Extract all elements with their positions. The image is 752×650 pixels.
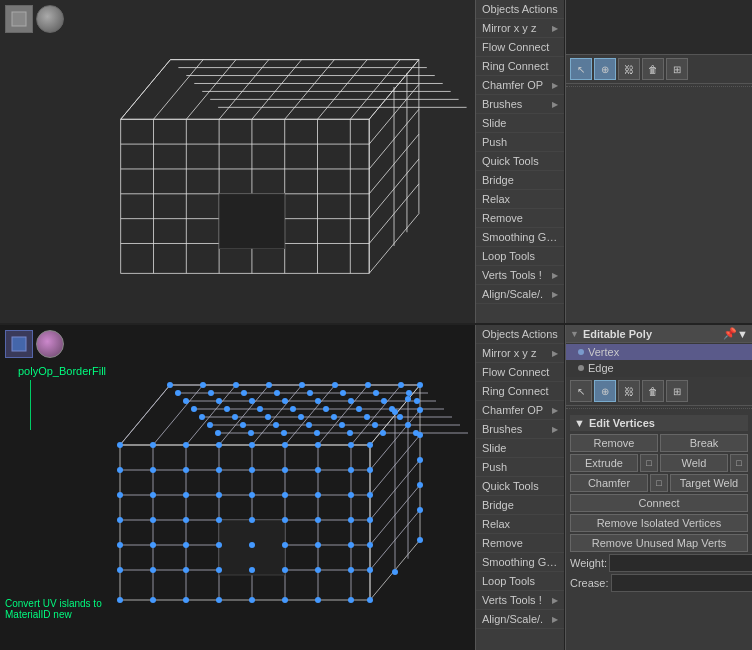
delete-tool-btn-bottom[interactable]: 🗑 (642, 380, 664, 402)
menu-panel-bottom: Objects ActionsMirror x y zFlow ConnectR… (475, 325, 565, 650)
svg-point-87 (117, 467, 123, 473)
svg-point-96 (117, 492, 123, 498)
viewport-top[interactable] (0, 0, 475, 323)
bottom-menu-item-4[interactable]: Chamfer OP (476, 401, 564, 420)
svg-point-191 (347, 430, 353, 436)
target-weld-btn[interactable]: Target Weld (670, 474, 748, 492)
bottom-menu-item-14[interactable]: Verts Tools ! (476, 591, 564, 610)
svg-point-111 (315, 517, 321, 523)
top-menu-item-4[interactable]: Chamfer OP (476, 76, 564, 95)
weight-input[interactable] (609, 554, 752, 572)
svg-point-146 (332, 382, 338, 388)
svg-point-139 (348, 597, 354, 603)
delete-tool-btn[interactable]: 🗑 (642, 58, 664, 80)
move-tool-btn[interactable]: ⊕ (594, 58, 616, 80)
arrow-tool-btn-bottom[interactable]: ↖ (570, 380, 592, 402)
svg-line-16 (154, 60, 204, 120)
svg-point-168 (257, 406, 263, 412)
svg-point-197 (417, 432, 423, 438)
top-menu-item-7[interactable]: Push (476, 133, 564, 152)
btn-row-chamfer-targetweld: Chamfer □ Target Weld (570, 474, 748, 492)
top-menu-item-11[interactable]: Remove (476, 209, 564, 228)
right-panel-top: ↖ ⊕ ⛓ 🗑 ⊞ (565, 0, 752, 323)
crease-input[interactable] (611, 574, 752, 592)
weld-btn[interactable]: Weld (660, 454, 728, 472)
sub-item-edge[interactable]: Edge (566, 360, 752, 376)
bottom-menu-item-15[interactable]: Align/Scale/. (476, 610, 564, 629)
pin-icon[interactable]: 📌 (723, 327, 737, 340)
bottom-menu-item-13[interactable]: Loop Tools (476, 572, 564, 591)
menu-panel-top: Objects ActionsMirror x y zFlow ConnectR… (475, 0, 565, 323)
bottom-menu-item-11[interactable]: Remove (476, 534, 564, 553)
box-wireframe-bottom-svg (0, 325, 475, 650)
svg-point-92 (282, 467, 288, 473)
svg-point-202 (392, 569, 398, 575)
svg-point-174 (232, 414, 238, 420)
remove-btn[interactable]: Remove (570, 434, 658, 452)
link-tool-btn[interactable]: ⛓ (618, 58, 640, 80)
svg-point-130 (348, 567, 354, 573)
extrude-btn[interactable]: Extrude (570, 454, 638, 472)
weld-extra-btn[interactable]: □ (730, 454, 748, 472)
svg-point-143 (233, 382, 239, 388)
svg-point-80 (183, 442, 189, 448)
svg-point-85 (348, 442, 354, 448)
move-tool-btn-bottom[interactable]: ⊕ (594, 380, 616, 402)
svg-point-148 (398, 382, 404, 388)
top-menu-item-15[interactable]: Align/Scale/. (476, 285, 564, 304)
svg-point-112 (348, 517, 354, 523)
svg-point-201 (417, 537, 423, 543)
arrow-tool-btn[interactable]: ↖ (570, 58, 592, 80)
bottom-menu-item-6[interactable]: Slide (476, 439, 564, 458)
svg-line-20 (285, 60, 335, 120)
top-menu-item-0[interactable]: Objects Actions (476, 0, 564, 19)
sub-item-vertex[interactable]: Vertex (566, 344, 752, 360)
remove-isolated-btn[interactable]: Remove Isolated Vertices (570, 514, 748, 532)
bottom-menu-item-1[interactable]: Mirror x y z (476, 344, 564, 363)
svg-marker-14 (121, 60, 419, 120)
svg-point-186 (405, 422, 411, 428)
top-menu-item-5[interactable]: Brushes (476, 95, 564, 114)
chamfer-btn[interactable]: Chamfer (570, 474, 648, 492)
top-menu-item-13[interactable]: Loop Tools (476, 247, 564, 266)
viewport-bottom[interactable]: polyOp_BorderFill Convert UV islands to … (0, 325, 475, 650)
top-menu-item-3[interactable]: Ring Connect (476, 57, 564, 76)
svg-point-120 (315, 542, 321, 548)
chamfer-extra-btn[interactable]: □ (650, 474, 668, 492)
svg-point-183 (306, 422, 312, 428)
break-btn[interactable]: Break (660, 434, 748, 452)
bottom-menu-item-2[interactable]: Flow Connect (476, 363, 564, 382)
top-menu-item-6[interactable]: Slide (476, 114, 564, 133)
bottom-menu-item-10[interactable]: Relax (476, 515, 564, 534)
svg-point-123 (117, 567, 123, 573)
svg-point-127 (249, 567, 255, 573)
svg-point-157 (406, 390, 412, 396)
grid-tool-btn-bottom[interactable]: ⊞ (666, 380, 688, 402)
crease-label: Crease: (570, 577, 609, 589)
top-menu-item-12[interactable]: Smoothing Groups (476, 228, 564, 247)
top-menu-item-10[interactable]: Relax (476, 190, 564, 209)
extrude-extra-btn[interactable]: □ (640, 454, 658, 472)
bottom-menu-item-8[interactable]: Quick Tools (476, 477, 564, 496)
expand-icon[interactable]: ▼ (737, 328, 748, 340)
preview-area-top (566, 0, 752, 55)
bottom-menu-item-5[interactable]: Brushes (476, 420, 564, 439)
bottom-menu-item-3[interactable]: Ring Connect (476, 382, 564, 401)
top-menu-item-8[interactable]: Quick Tools (476, 152, 564, 171)
svg-point-198 (417, 457, 423, 463)
bottom-menu-item-9[interactable]: Bridge (476, 496, 564, 515)
link-tool-btn-bottom[interactable]: ⛓ (618, 380, 640, 402)
right-panel-top-content (566, 89, 752, 97)
bottom-menu-item-7[interactable]: Push (476, 458, 564, 477)
top-menu-item-1[interactable]: Mirror x y z (476, 19, 564, 38)
top-menu-item-14[interactable]: Verts Tools ! (476, 266, 564, 285)
bottom-menu-item-12[interactable]: Smoothing Groups (476, 553, 564, 572)
top-menu-item-2[interactable]: Flow Connect (476, 38, 564, 57)
connect-btn[interactable]: Connect (570, 494, 748, 512)
remove-unused-btn[interactable]: Remove Unused Map Verts (570, 534, 748, 552)
bottom-menu-item-0[interactable]: Objects Actions (476, 325, 564, 344)
top-menu-item-9[interactable]: Bridge (476, 171, 564, 190)
svg-point-91 (249, 467, 255, 473)
grid-tool-btn[interactable]: ⊞ (666, 58, 688, 80)
menu-bottom-list: Objects ActionsMirror x y zFlow ConnectR… (476, 325, 564, 629)
